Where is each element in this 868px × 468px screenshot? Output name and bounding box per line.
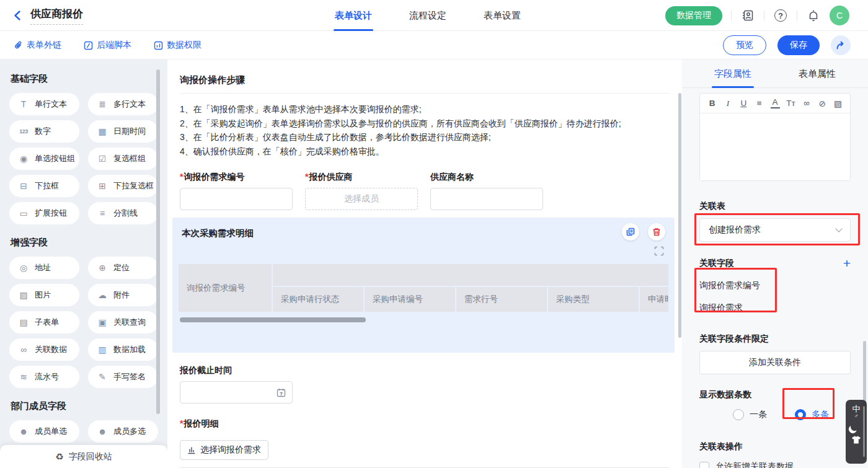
expand-fullscreen-icon[interactable] [654, 246, 664, 258]
assoc-field-item[interactable]: 询报价需求 [699, 302, 851, 314]
sidebar-item-checkbox-group[interactable]: ☑复选框组 [88, 148, 158, 170]
sidebar-item-number[interactable]: 123数字 [9, 120, 79, 143]
radio-off-icon [733, 409, 744, 420]
preview-button[interactable]: 预览 [723, 35, 766, 55]
bell-icon[interactable] [806, 8, 821, 23]
radio-multiple[interactable]: 多条 [795, 409, 829, 420]
share-button[interactable] [831, 35, 851, 55]
fields-row: *询报价需求编号 *报价供应商 选择成员 供应商名称 [180, 172, 670, 210]
tab-form-properties[interactable]: 表单属性 [799, 60, 836, 88]
help-icon[interactable]: ? [773, 8, 788, 23]
theme-shirt-icon[interactable] [851, 436, 861, 444]
allow-add-checkbox[interactable] [699, 462, 709, 468]
sidebar-item-attachment[interactable]: ☁附件 [88, 284, 158, 306]
detail-column: 申请时间 [640, 287, 668, 312]
field-library-sidebar: 基础字段 T单行文本 ≣多行文本 123数字 ▦日期时间 ◉单选按钮组 ☑复选框… [0, 60, 167, 468]
sidebar-item-serial-number[interactable]: ≋流水号 [9, 366, 79, 388]
sidebar-item-member-multi[interactable]: ☻成员多选 [88, 420, 158, 443]
data-permission-link[interactable]: 数据权限 [154, 40, 202, 51]
tab-form-setting[interactable]: 表单设置 [484, 0, 521, 31]
dark-mode-moon-icon[interactable] [849, 422, 859, 432]
italic-icon[interactable]: I [723, 99, 732, 108]
supplier-name-input[interactable] [430, 188, 543, 210]
sidebar-item-linked-query[interactable]: ▣关联查询 [88, 311, 158, 333]
copy-component-button[interactable] [622, 223, 639, 241]
sidebar-item-datetime[interactable]: ▦日期时间 [88, 120, 158, 143]
tab-flow-setting[interactable]: 流程设定 [409, 0, 446, 31]
sidebar-item-dropdown-multi[interactable]: ⊞下拉复选框 [88, 175, 158, 197]
image-icon: ▨ [17, 290, 30, 300]
top-header: 供应商报价 表单设计 流程设定 表单设置 数据管理 ? C [0, 0, 868, 31]
sidebar-item-location[interactable]: ⊕定位 [88, 257, 158, 279]
inquiry-request-no-input[interactable] [180, 188, 293, 210]
form-external-link[interactable]: 表单外链 [14, 40, 61, 51]
assoc-table-select[interactable]: 创建报价需求 [699, 218, 851, 242]
backend-script-link[interactable]: 后端脚本 [84, 40, 131, 51]
delete-component-button[interactable] [648, 223, 665, 241]
insert-image-icon[interactable]: ▨ [833, 99, 843, 108]
field-supplier-name[interactable]: 供应商名称 [430, 172, 543, 210]
basic-fields-grid: T单行文本 ≣多行文本 123数字 ▦日期时间 ◉单选按钮组 ☑复选框组 ⊟下拉… [9, 93, 158, 224]
gender-glyph: ♂ [854, 413, 859, 419]
add-assoc-field-button[interactable]: + [843, 258, 851, 269]
linked-data-icon: ∞ [17, 345, 30, 355]
sidebar-item-dropdown[interactable]: ⊟下拉框 [9, 175, 79, 197]
sidebar-item-linked-data[interactable]: ∞关联数据 [9, 338, 79, 361]
assoc-field-item[interactable]: 询报价需求编号 [699, 280, 851, 291]
paperclip-icon [14, 41, 23, 50]
sidebar-item-radio-group[interactable]: ◉单选按钮组 [9, 148, 79, 170]
tab-field-properties[interactable]: 字段属性 [714, 60, 751, 88]
bold-icon[interactable]: B [707, 99, 717, 108]
unlink-icon[interactable]: ⊘ [818, 99, 827, 108]
item-label: 流水号 [35, 371, 59, 382]
checkbox-icon: ☑ [96, 154, 108, 164]
item-label: 定位 [113, 262, 130, 273]
avatar[interactable]: C [830, 6, 849, 25]
field-inquiry-request-no[interactable]: *询报价需求编号 [180, 172, 293, 210]
save-button[interactable]: 保存 [777, 35, 820, 55]
chevron-down-icon [835, 225, 842, 232]
quote-deadline-input[interactable] [180, 381, 293, 404]
underline-icon[interactable]: U [739, 99, 748, 108]
field-recycle-bin[interactable]: ♻ 字段回收站 [0, 445, 167, 468]
select-inquiry-request-button[interactable]: 选择询报价需求 [180, 440, 268, 460]
purchase-detail-component-selected[interactable]: 本次采购需求明细 询报价需求编号 采购申请行状态 采购申请编号 需求行号 采购类… [172, 218, 675, 353]
sidebar-item-divider-line[interactable]: ≡分割线 [88, 202, 158, 224]
sidebar-item-signature[interactable]: ✎手写签名 [88, 366, 158, 388]
sidebar-item-address[interactable]: ◎地址 [9, 257, 79, 279]
back-button[interactable] [12, 10, 24, 21]
detail-table-hscrollbar[interactable] [180, 317, 366, 322]
sidebar-item-member-single[interactable]: ☻成员单选 [9, 420, 79, 443]
add-condition-button[interactable]: 添加关联条件 [699, 351, 851, 374]
radio-single[interactable]: 一条 [733, 409, 767, 420]
field-quote-deadline[interactable]: 报价截止时间 [180, 365, 670, 404]
browser-extension-widget[interactable]: 中 ♂ [846, 400, 867, 464]
dropdown-icon: ⊟ [17, 181, 30, 191]
tab-form-design[interactable]: 表单设计 [335, 0, 372, 31]
sidebar-item-extend-button[interactable]: ▭扩展按钮 [9, 202, 79, 224]
font-color-icon[interactable]: A [771, 98, 780, 108]
canvas-scrollbar[interactable] [678, 93, 681, 338]
translate-toggle[interactable]: 中 [852, 405, 861, 413]
field-quote-supplier[interactable]: *报价供应商 选择成员 [305, 172, 418, 210]
data-manage-button[interactable]: 数据管理 [665, 6, 722, 25]
quote-supplier-picker[interactable]: 选择成员 [305, 188, 418, 210]
toolbar-links: 表单外链 后端脚本 数据权限 [14, 31, 202, 60]
help-glyph: ? [774, 9, 787, 22]
sidebar-item-image[interactable]: ▨图片 [9, 284, 79, 306]
sidebar-item-multi-line-text[interactable]: ≣多行文本 [88, 93, 158, 115]
editor-body[interactable] [700, 113, 850, 181]
display-count-options: 一条 多条 [699, 409, 851, 420]
sidebar-item-data-load[interactable]: ▥数据加载 [88, 338, 158, 361]
sidebar-item-subform[interactable]: ▤子表单 [9, 311, 79, 333]
sidebar-item-single-line-text[interactable]: T单行文本 [9, 93, 79, 115]
link-icon[interactable]: ∞ [802, 99, 811, 108]
font-size-icon[interactable]: Tт [786, 99, 795, 108]
sidebar-scrollbar[interactable] [156, 69, 160, 414]
contacts-icon[interactable] [740, 8, 755, 23]
align-icon[interactable]: ≡ [755, 99, 764, 108]
field-quote-detail[interactable]: *报价明细 选择询报价需求 询报价需求编号 采购申请编号 需求行号 产品编号 产… [180, 418, 670, 468]
script-icon [84, 41, 93, 50]
steps-component[interactable]: 询报价操作步骤 1、在「询报价需求」表单从需求池中选择本次要询报价的需求; 2、… [180, 74, 670, 158]
item-label: 手写签名 [113, 371, 146, 382]
